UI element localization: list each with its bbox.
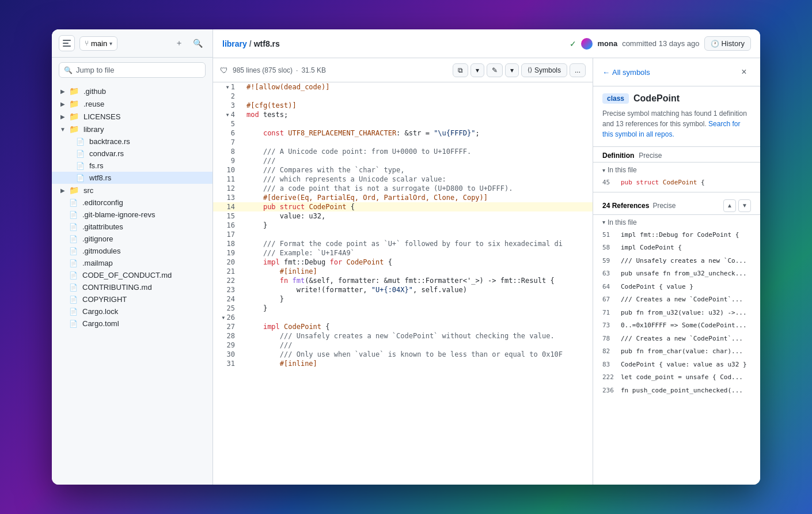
refs-next-button[interactable]: ▼ — [738, 199, 751, 212]
ref-item[interactable]: 51impl fmt::Debug for CodePoint { — [593, 229, 760, 242]
ref-line-no: 78 — [602, 334, 616, 344]
more-button[interactable]: ... — [570, 63, 586, 77]
normal-token: , self.value) — [413, 286, 467, 294]
in-this-file-section-1: ▾ In this file — [593, 162, 760, 176]
sidebar-item-cargotoml[interactable]: 📄Cargo.toml — [52, 318, 213, 330]
collapse-toggle[interactable]: ▾ — [226, 111, 230, 119]
ref-code: pub fn from_char(value: char)... — [621, 347, 743, 355]
ref-item[interactable]: 222let code_point = unsafe { Cod... — [593, 371, 760, 384]
symbols-button[interactable]: ⟨⟩ Symbols — [521, 63, 567, 77]
line-code-content: /// Format the code point as `U+` follow… — [242, 239, 593, 248]
sidebar-item-gitblame[interactable]: 📄.git-blame-ignore-revs — [52, 209, 213, 221]
folder-chevron-icon: ▼ — [59, 125, 67, 133]
sidebar-item-contributing[interactable]: 📄CONTRIBUTING.md — [52, 281, 213, 293]
normal-token: } — [246, 304, 267, 312]
in-this-file-label-2: In this file — [608, 218, 637, 226]
ref-item[interactable]: 59/// Unsafely creates a new `Co... — [593, 255, 760, 268]
copy-raw-button[interactable]: ⧉ — [453, 63, 468, 77]
code-line-row: 14 pub struct CodePoint { — [213, 202, 593, 211]
edit-button[interactable]: ✎ — [487, 63, 503, 77]
tree-item-label: .gitignore — [82, 235, 113, 243]
sidebar-item-reuse[interactable]: ▶📁.reuse — [52, 97, 213, 110]
line-code-content: /// which represents a Unicode scalar va… — [242, 175, 593, 184]
sidebar-item-mailmap[interactable]: 📄.mailmap — [52, 257, 213, 269]
edit-dropdown-button[interactable]: ▾ — [505, 63, 519, 77]
copy-dropdown-button[interactable]: ▾ — [470, 63, 484, 77]
comment-token: /// Unsafely creates a new `CodePoint` w… — [246, 332, 555, 340]
sidebar-item-condvar[interactable]: 📄condvar.rs — [52, 148, 213, 160]
breadcrumb-library-link[interactable]: library — [222, 39, 247, 48]
folder-chevron-icon: ▶ — [59, 186, 67, 194]
ref-item[interactable]: 71pub fn from_u32(value: u32) ->... — [593, 307, 760, 320]
normal-token: ; — [475, 129, 479, 137]
line-code-content — [242, 230, 593, 239]
search-input[interactable] — [76, 66, 200, 74]
line-number: 8 — [213, 147, 242, 156]
sidebar-toggle-button[interactable] — [59, 35, 75, 51]
sidebar-item-editorconfig[interactable]: 📄.editorconfig — [52, 196, 213, 209]
sidebar-item-gitignore[interactable]: 📄.gitignore — [52, 233, 213, 245]
ref-item[interactable]: 730..=0x10FFFF => Some(CodePoint... — [593, 319, 760, 332]
code-line-row: 30 /// Only use when `value` is known to… — [213, 350, 593, 359]
ref-code: impl CodePoint { — [621, 244, 682, 251]
sidebar-item-backtrace[interactable]: 📄backtrace.rs — [52, 135, 213, 148]
sidebar-item-licenses[interactable]: ▶📁LICENSES — [52, 110, 213, 123]
history-button[interactable]: 🕐 History — [704, 36, 751, 51]
tree-item-label: CODE_OF_CONDUCT.md — [82, 271, 172, 279]
sidebar-item-copyright[interactable]: 📄COPYRIGHT — [52, 293, 213, 305]
file-search-box[interactable]: 🔍 — [59, 62, 206, 78]
sidebar-item-cargolock[interactable]: 📄Cargo.lock — [52, 305, 213, 318]
lines-count: 985 lines (875 sloc) — [233, 66, 293, 74]
normal-token: (&self, formatter: &mut fmt::Formatter<'… — [305, 277, 554, 285]
symbol-description: Precise symbol matching has found 1 defi… — [593, 108, 760, 147]
sidebar-item-wtf8[interactable]: 📄wtf8.rs — [52, 172, 213, 184]
normal-token: } — [246, 295, 284, 303]
line-code-content: #[derive(Eq, PartialEq, Ord, PartialOrd,… — [242, 193, 593, 202]
ref-item[interactable]: 63pub unsafe fn from_u32_uncheck... — [593, 267, 760, 281]
line-number: 14 — [213, 202, 242, 211]
back-to-all-symbols-link[interactable]: ← All symbols — [602, 68, 650, 77]
collapse-toggle[interactable]: ▾ — [221, 313, 225, 322]
line-code-content: /// Example: `U+1F4A9` — [242, 248, 593, 258]
sidebar-item-github[interactable]: ▶📁.github — [52, 85, 213, 97]
normal-token — [246, 323, 263, 331]
sidebar-item-src[interactable]: ▶📁src — [52, 184, 213, 196]
ref-item[interactable]: 58impl CodePoint { — [593, 241, 760, 255]
normal-token: value: u32, — [246, 212, 325, 220]
ref-item[interactable]: 82pub fn from_char(value: char)... — [593, 345, 760, 358]
branch-selector[interactable]: ⑂ main ▾ — [79, 36, 117, 51]
line-number: 7 — [213, 138, 242, 147]
comment-token: /// Only use when `value` is known to be… — [246, 350, 563, 358]
keyword-token: mod — [246, 111, 259, 119]
add-file-button[interactable]: ＋ — [171, 35, 187, 51]
sidebar-item-gitmodules[interactable]: 📄.gitmodules — [52, 245, 213, 257]
search-button[interactable]: 🔍 — [189, 35, 206, 51]
normal-token: { — [346, 203, 354, 211]
ref-item[interactable]: 83CodePoint { value: value as u32 } — [593, 358, 760, 372]
sidebar-item-library[interactable]: ▼📁library — [52, 123, 213, 135]
folder-icon: 📁 — [69, 112, 79, 121]
breadcrumb-separator: / — [249, 39, 252, 48]
ref-item[interactable]: 64CodePoint { value } — [593, 281, 760, 294]
sidebar-item-gitattributes[interactable]: 📄.gitattributes — [52, 221, 213, 233]
in-this-file-label-1: In this file — [608, 166, 637, 174]
folder-chevron-icon: ▶ — [59, 112, 67, 120]
file-icon: 📄 — [69, 199, 78, 207]
ref-item[interactable]: 236fn push_code_point_unchecked(... — [593, 384, 760, 398]
line-code-content: pub struct CodePoint { — [242, 202, 593, 211]
ref-item[interactable]: 78/// Creates a new `CodePoint`... — [593, 332, 760, 346]
line-number: 31 — [213, 359, 242, 368]
ref-line-no: 58 — [602, 243, 616, 253]
line-code-content: /// — [242, 156, 593, 165]
sidebar-item-codeofconduct[interactable]: 📄CODE_OF_CONDUCT.md — [52, 269, 213, 281]
sidebar-item-fs[interactable]: 📄fs.rs — [52, 160, 213, 172]
line-code-content — [242, 313, 593, 322]
comment-token: /// a code point that is not a surrogate… — [246, 184, 513, 192]
close-symbols-button[interactable]: × — [737, 65, 751, 79]
refs-prev-button[interactable]: ▲ — [723, 199, 736, 212]
collapse-toggle[interactable]: ▾ — [226, 83, 230, 91]
def-item[interactable]: 45pub struct CodePoint { — [593, 176, 760, 190]
ref-item[interactable]: 67/// Creates a new `CodePoint`... — [593, 293, 760, 307]
breadcrumb-file: wtf8.rs — [254, 39, 280, 48]
line-code-content: } — [242, 221, 593, 230]
